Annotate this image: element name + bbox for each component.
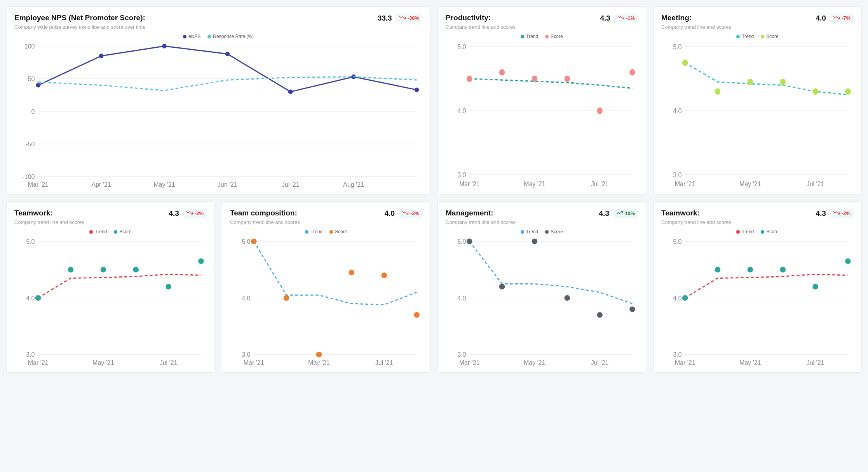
svg-text:4.0: 4.0 (673, 107, 682, 115)
chart-legend: TrendScore (230, 229, 422, 234)
svg-point-19 (225, 52, 230, 56)
legend-label: Score (119, 229, 131, 234)
chart-plot: 3.04.05.0Mar '21May '21Jul '21 (14, 237, 207, 368)
metric-card-teamwork1: Teamwork:4.3-2%Company trend line and sc… (6, 201, 215, 373)
svg-text:May '21: May '21 (524, 180, 546, 188)
svg-text:May '21: May '21 (524, 359, 546, 366)
svg-point-110 (780, 267, 786, 273)
svg-text:0: 0 (31, 108, 35, 115)
legend-item: Score (761, 229, 778, 234)
svg-point-33 (499, 69, 505, 76)
svg-text:Jul '21: Jul '21 (160, 359, 178, 366)
svg-text:May '21: May '21 (739, 359, 761, 366)
svg-text:5.0: 5.0 (457, 43, 466, 51)
legend-label: Score (335, 229, 347, 234)
svg-text:5.0: 5.0 (26, 238, 35, 245)
legend-dot-icon (761, 35, 764, 38)
chart-plot: -100-50050100Mar '21Apr '21May '21Jun '2… (14, 42, 422, 190)
svg-text:Jul '21: Jul '21 (591, 180, 609, 188)
legend-dot-icon (545, 230, 549, 234)
card-header: Team composition:4.0-3% (230, 209, 422, 218)
svg-point-81 (381, 272, 387, 278)
delta-text: -3% (410, 210, 419, 216)
svg-point-51 (812, 88, 818, 95)
svg-point-112 (845, 259, 851, 264)
svg-text:Jul '21: Jul '21 (807, 359, 824, 366)
card-header: Productivity:4.3-1% (446, 14, 638, 23)
dashboard-grid: Employee NPS (Net Promoter Score):33.3-3… (6, 6, 862, 373)
svg-point-47 (682, 59, 688, 66)
delta-badge: -2% (183, 209, 207, 218)
svg-text:Mar '21: Mar '21 (28, 181, 49, 188)
card-header: Meeting:4.0-7% (661, 14, 854, 23)
legend-dot-icon (183, 35, 186, 38)
card-metric-group: 33.3-38% (378, 14, 422, 23)
card-metric-group: 4.0-3% (384, 209, 422, 218)
card-header: Teamwork:4.3-2% (661, 209, 854, 218)
svg-text:50: 50 (28, 75, 35, 82)
metric-card-management: Management:4.310%Company trend line and … (437, 201, 646, 373)
card-subtitle: Company trend line and scores (446, 219, 638, 225)
svg-point-20 (288, 89, 293, 94)
svg-point-49 (748, 79, 753, 85)
legend-label: Trend (526, 229, 538, 234)
svg-text:3.0: 3.0 (673, 351, 682, 358)
svg-point-36 (597, 108, 603, 114)
svg-point-92 (467, 239, 472, 245)
svg-text:5.0: 5.0 (457, 238, 466, 245)
svg-text:Jul '21: Jul '21 (375, 359, 393, 366)
svg-text:3.0: 3.0 (673, 171, 682, 179)
legend-label: Trend (742, 229, 754, 234)
legend-label: Trend (95, 229, 107, 234)
legend-dot-icon (521, 230, 524, 234)
svg-text:May '21: May '21 (92, 359, 114, 366)
svg-point-93 (499, 284, 505, 290)
svg-text:Mar '21: Mar '21 (675, 359, 695, 366)
card-value: 4.3 (600, 14, 610, 23)
svg-text:Jul '21: Jul '21 (591, 359, 609, 366)
svg-point-63 (68, 267, 74, 273)
svg-point-34 (532, 75, 538, 82)
delta-badge: -7% (830, 14, 854, 23)
svg-text:May '21: May '21 (739, 180, 761, 188)
trend-down-icon (833, 210, 840, 217)
svg-text:-50: -50 (26, 141, 35, 148)
delta-badge: -1% (614, 14, 638, 23)
trend-down-icon (399, 15, 406, 21)
card-metric-group: 4.310% (599, 209, 638, 218)
delta-text: 10% (625, 210, 635, 216)
legend-item: Trend (521, 34, 538, 39)
svg-text:Mar '21: Mar '21 (459, 359, 480, 366)
svg-point-62 (35, 295, 41, 301)
legend-label: Score (551, 34, 563, 39)
legend-item: Trend (521, 229, 538, 234)
delta-text: -38% (408, 15, 419, 21)
svg-point-16 (36, 83, 40, 88)
legend-label: Trend (742, 34, 754, 39)
legend-item: Score (545, 229, 563, 234)
chart-plot: 3.04.05.0Mar '21May '21Jul '21 (230, 237, 422, 368)
svg-text:5.0: 5.0 (673, 238, 682, 245)
svg-text:3.0: 3.0 (26, 351, 35, 358)
svg-point-78 (284, 295, 289, 301)
svg-text:5.0: 5.0 (242, 238, 250, 245)
svg-text:Aug '21: Aug '21 (343, 181, 364, 188)
delta-text: -2% (842, 210, 851, 216)
trend-down-icon (833, 15, 840, 21)
delta-badge: -38% (396, 14, 422, 23)
svg-point-17 (99, 54, 104, 58)
trend-down-icon (617, 15, 624, 21)
svg-text:3.0: 3.0 (457, 171, 466, 179)
svg-point-82 (414, 312, 420, 318)
card-value: 4.3 (816, 209, 826, 218)
svg-point-77 (251, 239, 257, 245)
card-subtitle: Company wide pulse survey trend line and… (14, 24, 422, 30)
svg-point-96 (597, 312, 603, 318)
svg-text:Jul '21: Jul '21 (807, 180, 824, 188)
svg-text:Apr '21: Apr '21 (91, 181, 111, 188)
card-subtitle: Company trend line and scores (446, 24, 638, 30)
svg-text:Mar '21: Mar '21 (459, 180, 480, 188)
svg-point-37 (629, 69, 635, 76)
svg-text:5.0: 5.0 (673, 43, 682, 51)
chart-plot: 3.04.05.0Mar '21May '21Jul '21 (446, 237, 638, 368)
